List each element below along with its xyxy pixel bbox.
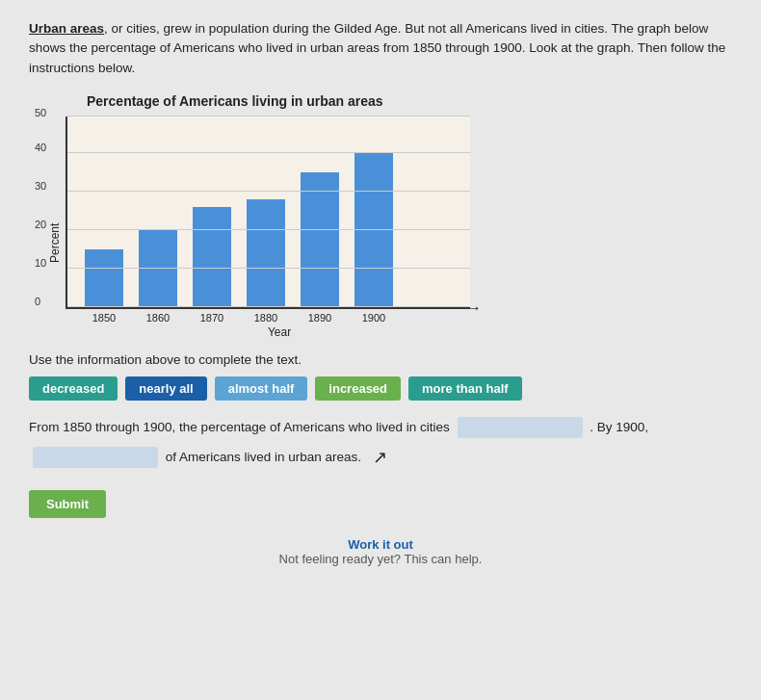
footer-subtext: Not feeling ready yet? This can help. xyxy=(279,552,483,566)
intro-paragraph: Urban areas, or cities, grew in populati… xyxy=(29,19,732,78)
bar-1890 xyxy=(301,172,339,307)
chip-nearly-all[interactable]: nearly all xyxy=(125,376,206,401)
y-grid-40 xyxy=(67,152,470,153)
x-label-1890: 1890 xyxy=(293,312,347,324)
x-label-1850: 1850 xyxy=(77,312,131,324)
y-tick-0: 0 xyxy=(35,296,40,307)
bar-value-1900 xyxy=(354,153,393,307)
y-tick-20: 20 xyxy=(35,219,46,230)
blank-1[interactable] xyxy=(458,417,583,438)
sentence-area: From 1850 through 1900, the percentage o… xyxy=(29,414,732,475)
chart-container: Percent 0 10 20 30 40 50 xyxy=(48,117,732,339)
bar-value-1860 xyxy=(139,230,177,307)
chart-title: Percentage of Americans living in urban … xyxy=(87,93,732,109)
x-label-1880: 1880 xyxy=(239,312,293,324)
chart-area: 0 10 20 30 40 50 xyxy=(66,117,470,309)
bar-value-1870 xyxy=(193,207,231,307)
bar-1860 xyxy=(139,230,177,307)
y-tick-30: 30 xyxy=(35,180,46,192)
y-grid-10 xyxy=(67,268,470,269)
bar-1900 xyxy=(354,153,393,307)
blank-2[interactable] xyxy=(33,447,158,468)
cursor-icon: ↗ xyxy=(373,448,387,467)
x-label-1900: 1900 xyxy=(347,312,401,324)
y-tick-40: 40 xyxy=(35,142,46,153)
chip-increased[interactable]: increased xyxy=(315,376,401,401)
sentence-part2: . By 1900, xyxy=(590,420,648,434)
chip-more-than-half[interactable]: more than half xyxy=(408,376,522,401)
bar-1850 xyxy=(85,249,123,307)
sentence-part1: From 1850 through 1900, the percentage o… xyxy=(29,420,450,434)
bar-value-1850 xyxy=(85,249,123,307)
word-bank: decreased nearly all almost half increas… xyxy=(29,376,732,401)
intro-rest: , or cities, grew in population during t… xyxy=(29,21,725,75)
chart-inner: 0 10 20 30 40 50 xyxy=(66,117,482,339)
y-grid-30 xyxy=(67,191,470,192)
sentence-part3: of Americans lived in urban areas. xyxy=(166,449,361,463)
bar-1880 xyxy=(247,199,285,307)
y-axis-label: Percent xyxy=(48,146,62,339)
chip-almost-half[interactable]: almost half xyxy=(215,376,308,401)
y-tick-10: 10 xyxy=(35,257,46,269)
x-label-1870: 1870 xyxy=(185,312,239,324)
y-grid-0 xyxy=(67,306,470,307)
instruction-text: Use the information above to complete th… xyxy=(29,352,732,367)
x-axis-arrow: → xyxy=(466,299,482,317)
chip-decreased[interactable]: decreased xyxy=(29,376,118,401)
submit-button[interactable]: Submit xyxy=(29,490,106,518)
x-label-1860: 1860 xyxy=(131,312,185,324)
bar-value-1880 xyxy=(247,199,285,307)
x-axis-labels: 1850 1860 1870 1880 1890 1900 xyxy=(77,312,482,324)
urban-areas-bold: Urban areas xyxy=(29,21,104,36)
y-grid-20 xyxy=(67,229,470,230)
work-it-out-link[interactable]: Work it out xyxy=(29,537,732,552)
footer-area: Work it out Not feeling ready yet? This … xyxy=(29,537,732,566)
bar-value-1890 xyxy=(301,172,339,307)
y-grid-50 xyxy=(67,116,470,117)
bar-1870 xyxy=(193,207,231,307)
y-tick-50: 50 xyxy=(35,107,46,118)
x-axis-title: Year xyxy=(77,325,482,339)
